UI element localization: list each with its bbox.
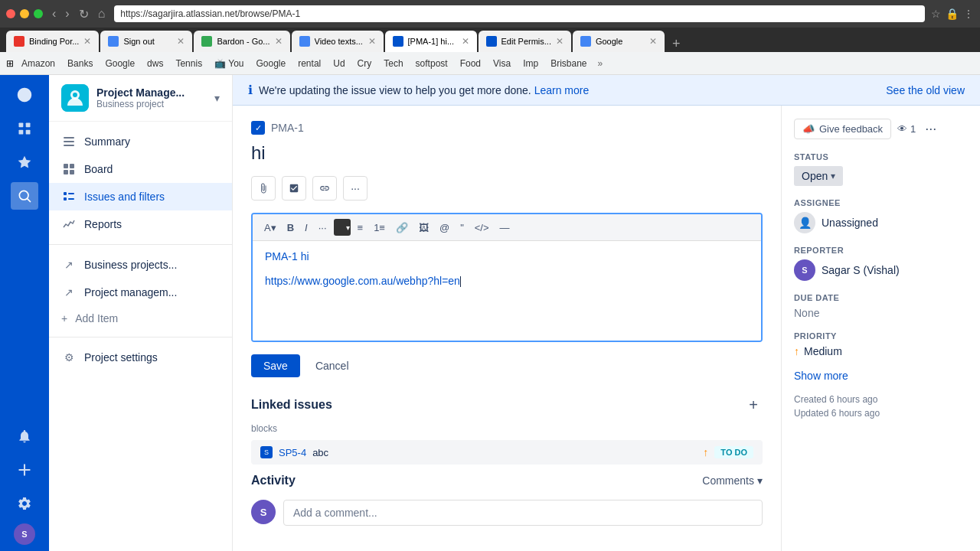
- priority-row[interactable]: ↑ Medium: [794, 345, 968, 357]
- bookmark-dws[interactable]: dws: [142, 57, 168, 70]
- give-feedback-button[interactable]: 📣 Give feedback: [794, 119, 891, 139]
- tab-1[interactable]: Sign out ✕: [100, 31, 192, 52]
- rail-starred[interactable]: [11, 148, 38, 176]
- minimize-button[interactable]: [20, 9, 29, 18]
- tab-5-close[interactable]: ✕: [556, 36, 564, 47]
- old-view-link[interactable]: See the old view: [886, 84, 965, 96]
- status-select[interactable]: Open ▾: [794, 166, 843, 186]
- bookmark-imp[interactable]: Imp: [518, 57, 543, 70]
- tab-6-close[interactable]: ✕: [649, 36, 657, 47]
- divider-button[interactable]: —: [496, 220, 514, 236]
- text-style-button[interactable]: A▾: [260, 220, 280, 236]
- tab-0-close[interactable]: ✕: [83, 36, 91, 47]
- bookmark-softpost[interactable]: softpost: [411, 57, 452, 70]
- editor-container[interactable]: A▾ B I ··· ▾ ≡ 1≡ 🔗 🖼 @ ": [251, 213, 763, 342]
- address-bar[interactable]: https://sagarjira.atlassian.net/browse/P…: [114, 5, 925, 22]
- nav-item-projmanage[interactable]: ↗ Project managem...: [49, 279, 232, 306]
- tab-2[interactable]: Bardon - Go... ✕: [194, 31, 289, 52]
- learn-more-link[interactable]: Learn more: [534, 84, 590, 96]
- forward-button[interactable]: ›: [62, 5, 72, 23]
- checklist-button[interactable]: [282, 176, 306, 201]
- bookmark-icon[interactable]: ☆: [931, 8, 941, 20]
- issue-title[interactable]: hi: [251, 142, 763, 164]
- ordered-list-button[interactable]: 1≡: [370, 220, 389, 236]
- tab-0[interactable]: Binding Por... ✕: [6, 31, 99, 52]
- bookmark-ud[interactable]: Ud: [328, 57, 349, 70]
- bookmark-tennis[interactable]: Tennis: [171, 57, 207, 70]
- save-button[interactable]: Save: [251, 354, 300, 377]
- color-picker-button[interactable]: ▾: [334, 219, 351, 236]
- rail-search[interactable]: [11, 182, 38, 210]
- bookmark-food[interactable]: Food: [456, 57, 485, 70]
- bookmark-rental[interactable]: rental: [293, 57, 325, 70]
- back-button[interactable]: ‹: [49, 5, 59, 23]
- editor-link-1[interactable]: PMA-1 hi: [265, 250, 309, 262]
- bookmark-visa[interactable]: Visa: [488, 57, 515, 70]
- nav-item-board[interactable]: Board: [49, 155, 232, 183]
- image-button[interactable]: 🖼: [415, 220, 433, 236]
- rail-projects[interactable]: [11, 115, 38, 142]
- link-button[interactable]: [312, 176, 337, 201]
- close-button[interactable]: [6, 9, 15, 18]
- editor-body[interactable]: PMA-1 hi https://www.google.com.au/webhp…: [253, 241, 761, 341]
- bold-button[interactable]: B: [283, 220, 298, 236]
- bookmarks-overflow[interactable]: »: [595, 57, 606, 70]
- nav-item-summary[interactable]: Summary: [49, 128, 232, 155]
- rail-logo[interactable]: [11, 81, 38, 109]
- tab-3-close[interactable]: ✕: [368, 36, 376, 47]
- comments-dropdown[interactable]: Comments ▾: [702, 474, 763, 487]
- bookmark-brisbane[interactable]: Brisbane: [546, 57, 591, 70]
- reload-button[interactable]: ↻: [76, 5, 92, 23]
- bookmark-you[interactable]: 📺 You: [210, 57, 248, 70]
- nav-item-bizprojects[interactable]: ↗ Business projects...: [49, 251, 232, 279]
- tab-1-close[interactable]: ✕: [177, 36, 185, 47]
- tab-4-close[interactable]: ✕: [462, 36, 469, 47]
- bookmark-cry[interactable]: Cry: [353, 57, 377, 70]
- nav-add-item[interactable]: + Add Item: [49, 306, 232, 331]
- maximize-button[interactable]: [34, 9, 43, 18]
- tab-5[interactable]: Edit Permis... ✕: [479, 31, 571, 52]
- rail-settings[interactable]: [11, 490, 38, 517]
- reporter-row[interactable]: S Sagar S (Vishal): [794, 259, 968, 281]
- attach-button[interactable]: [251, 176, 276, 201]
- user-avatar[interactable]: S: [14, 523, 35, 545]
- linked-issue-id[interactable]: SP5-4: [279, 447, 306, 458]
- tab-2-close[interactable]: ✕: [275, 36, 283, 47]
- bookmark-tech[interactable]: Tech: [379, 57, 407, 70]
- extension-icon[interactable]: 🔒: [946, 8, 959, 20]
- cancel-button[interactable]: Cancel: [306, 354, 358, 377]
- tab-3[interactable]: Video texts... ✕: [292, 31, 384, 52]
- menu-icon[interactable]: ⋮: [963, 8, 974, 20]
- watchers-badge[interactable]: 👁 1: [897, 123, 916, 135]
- assignee-row[interactable]: 👤 Unassigned: [794, 212, 968, 233]
- link-editor-button[interactable]: 🔗: [392, 220, 412, 236]
- bookmark-banks[interactable]: Banks: [63, 57, 97, 70]
- code-button[interactable]: </>: [471, 220, 493, 236]
- quote-button[interactable]: ": [456, 220, 468, 236]
- comment-input[interactable]: Add a comment...: [283, 500, 763, 526]
- italic-button[interactable]: I: [301, 220, 312, 236]
- more-actions-button[interactable]: ···: [343, 176, 368, 201]
- tab-4[interactable]: [PMA-1] hi... ✕: [385, 31, 477, 52]
- rail-notifications[interactable]: [11, 422, 38, 450]
- nav-item-reports[interactable]: Reports: [49, 210, 232, 238]
- add-linked-issue-button[interactable]: +: [744, 396, 763, 414]
- more-options-button[interactable]: ···: [922, 118, 939, 140]
- linked-issue-row[interactable]: S SP5-4 abc ↑ TO DO: [251, 440, 763, 465]
- bullet-list-button[interactable]: ≡: [354, 220, 368, 236]
- bookmark-google2[interactable]: Google: [252, 57, 291, 70]
- due-date-value[interactable]: None: [794, 307, 819, 319]
- tab-6[interactable]: Google ✕: [573, 31, 665, 52]
- editor-link-2[interactable]: https://www.google.com.au/webhp?hl=en: [265, 275, 460, 287]
- mention-button[interactable]: @: [436, 220, 453, 236]
- nav-item-settings[interactable]: ⚙ Project settings: [49, 344, 232, 371]
- show-more-link[interactable]: Show more: [794, 370, 968, 382]
- more-format-button[interactable]: ···: [315, 220, 331, 236]
- rail-create[interactable]: [11, 456, 38, 484]
- bookmark-amazon[interactable]: Amazon: [17, 57, 60, 70]
- new-tab-button[interactable]: +: [666, 36, 687, 52]
- bookmark-google[interactable]: Google: [100, 57, 139, 70]
- sidebar-chevron-icon[interactable]: ▾: [214, 92, 220, 104]
- nav-item-issues[interactable]: Issues and filters: [49, 183, 232, 210]
- home-button[interactable]: ⌂: [95, 5, 109, 23]
